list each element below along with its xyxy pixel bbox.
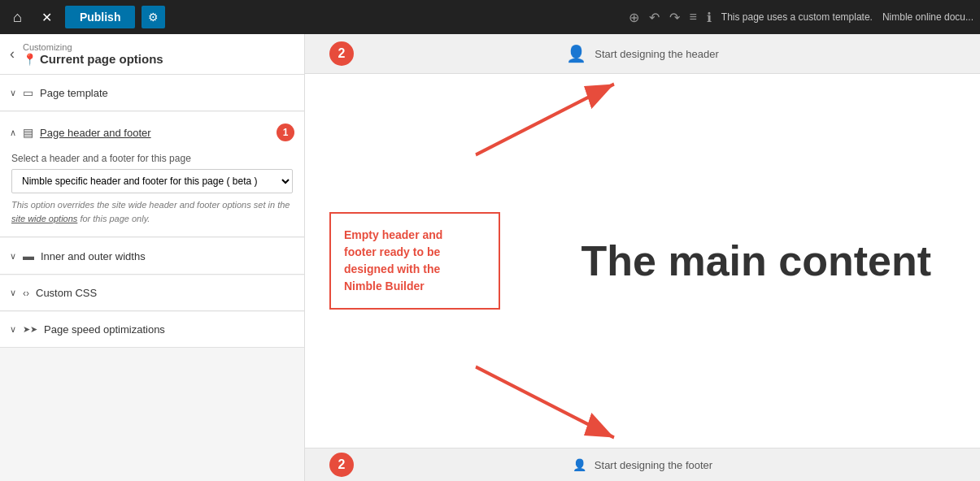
page-speed-label: Page speed optimizations — [44, 323, 165, 336]
page-title-text: Current page options — [40, 52, 163, 66]
page-template-section: ∨ ▭ Page template — [0, 75, 304, 111]
header-badge: 2 — [329, 41, 354, 66]
menu-icon[interactable]: ≡ — [690, 10, 697, 24]
css-icon: ‹› — [23, 288, 29, 299]
page-header-footer-body: Select a header and a footer for this pa… — [0, 153, 304, 236]
content-footer-bar[interactable]: 2 👤 Start designing the footer — [305, 448, 980, 481]
header-person-icon: 👤 — [566, 44, 586, 63]
content-header-bar[interactable]: 2 👤 Start designing the header — [305, 34, 980, 74]
nimble-label: Nimble online docu... — [882, 11, 973, 23]
inner-outer-widths-header[interactable]: ∨ ▬ Inner and outer widths — [0, 238, 304, 274]
top-bar: ⌂ ✕ Publish ⚙ ⊕ ↶ ↷ ≡ ℹ This page uses a… — [0, 0, 980, 34]
custom-css-label: Custom CSS — [36, 287, 97, 299]
sidebar-title-group: Customizing 📍 Current page options — [23, 42, 163, 66]
page-header-icon: ▤ — [23, 126, 33, 139]
header-bar-text: Start designing the header — [595, 48, 719, 60]
override-text: This option overrides the site wide head… — [11, 198, 293, 225]
redo-icon[interactable]: ↷ — [669, 10, 680, 25]
page-template-label: Page template — [40, 87, 108, 99]
annotation-text: Empty header and footer ready to be desi… — [344, 228, 442, 292]
page-template-header[interactable]: ∨ ▭ Page template — [0, 75, 304, 110]
chevron-icon: ∨ — [10, 251, 16, 262]
annotation-box: Empty header and footer ready to be desi… — [329, 212, 500, 310]
back-arrow-icon[interactable]: ‹ — [10, 46, 15, 63]
content-area: 2 👤 Start designing the header Empty hea… — [305, 34, 980, 481]
location-icon: 📍 — [23, 53, 37, 66]
customizing-label: Customizing — [23, 42, 163, 52]
footer-person-icon: 👤 — [573, 458, 586, 471]
custom-css-header[interactable]: ∨ ‹› Custom CSS — [0, 275, 304, 310]
header-footer-select[interactable]: Nimble specific header and footer for th… — [11, 169, 293, 193]
chevron-icon: ∨ — [10, 324, 16, 335]
select-label: Select a header and a footer for this pa… — [11, 153, 293, 164]
widths-icon: ▬ — [23, 249, 34, 262]
footer-bar-text: Start designing the footer — [595, 459, 712, 471]
sidebar-page-title: 📍 Current page options — [23, 52, 163, 66]
close-icon[interactable]: ✕ — [35, 6, 59, 28]
widths-label: Inner and outer widths — [41, 250, 146, 262]
chevron-icon: ∨ — [10, 88, 16, 98]
page-speed-header[interactable]: ∨ ➤➤ Page speed optimizations — [0, 312, 304, 347]
gear-button[interactable]: ⚙ — [142, 6, 165, 28]
undo-icon[interactable]: ↶ — [649, 10, 660, 25]
inner-outer-widths-section: ∨ ▬ Inner and outer widths — [0, 238, 304, 275]
chevron-icon: ∧ — [10, 128, 16, 138]
top-bar-right: ⊕ ↶ ↷ ≡ ℹ This page uses a custom templa… — [629, 10, 974, 25]
page-header-label: Page header and footer — [40, 127, 151, 139]
page-speed-section: ∨ ➤➤ Page speed optimizations — [0, 312, 304, 348]
sidebar-nav: ‹ Customizing 📍 Current page options — [0, 34, 304, 75]
chevron-icon: ∨ — [10, 288, 16, 298]
speed-icon: ➤➤ — [23, 324, 37, 335]
add-icon[interactable]: ⊕ — [629, 10, 639, 25]
template-info-text: This page uses a custom template. — [721, 11, 873, 23]
content-main: Empty header and footer ready to be desi… — [305, 74, 980, 448]
main-layout: ‹ Customizing 📍 Current page options ∨ ▭… — [0, 34, 980, 481]
page-header-footer-section: ∧ ▤ Page header and footer 1 Select a he… — [0, 112, 304, 237]
page-header-footer-header[interactable]: ∧ ▤ Page header and footer 1 — [0, 112, 304, 153]
footer-badge: 2 — [329, 453, 354, 477]
home-icon[interactable]: ⌂ — [7, 6, 28, 29]
custom-css-section: ∨ ‹› Custom CSS — [0, 275, 304, 311]
sidebar: ‹ Customizing 📍 Current page options ∨ ▭… — [0, 34, 305, 481]
page-template-icon: ▭ — [23, 86, 33, 99]
info-icon: ℹ — [707, 10, 712, 25]
publish-button[interactable]: Publish — [65, 6, 136, 28]
site-wide-link[interactable]: site wide options — [11, 214, 77, 223]
main-content-text: The main content — [581, 236, 931, 285]
section-badge: 1 — [277, 124, 294, 141]
